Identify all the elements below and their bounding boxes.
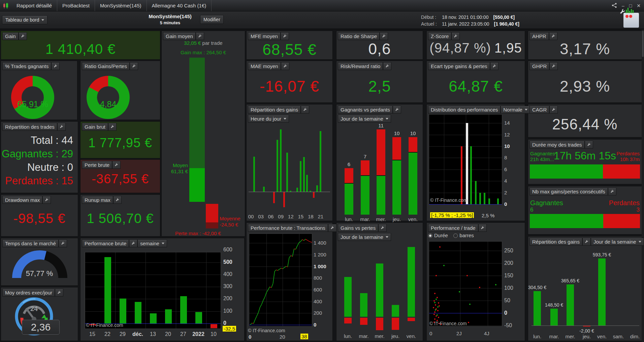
wrench-icon[interactable] (19, 32, 27, 40)
right-scrollbar[interactable] (642, 29, 644, 342)
ecart-type-value: 64,87 € (427, 77, 525, 95)
wrench-icon[interactable] (549, 62, 558, 70)
wrench-icon[interactable] (59, 240, 67, 247)
panel-gains-vs-pertes: Gains vs pertes Jour de la semaine lun.m… (336, 222, 423, 341)
performance-transactions-chart: 1 4001 2001 0008006004002000© IT-Finance… (247, 223, 332, 341)
system-header: MonSystème(145) 5 minutes (143, 13, 197, 25)
trades-gagnantes: Gagnantes : 29 (2, 148, 73, 160)
panel-ghpr: GHPR 2,93 % (528, 61, 642, 103)
panel-title: Performance brute : Transactions (248, 224, 328, 232)
wrench-icon[interactable] (478, 224, 487, 232)
view-selector-dropdown[interactable]: Tableau de bord (2, 15, 47, 24)
wrench-icon[interactable] (585, 141, 593, 149)
panel-repartition-gains-jour: Répartition des gains Jour de la semaine… (528, 236, 642, 341)
maximize-button[interactable]: □ (629, 3, 632, 8)
duree-ratio-bar (530, 164, 640, 179)
wrench-icon[interactable] (51, 62, 60, 70)
gain-value: 1 410,40 € (1, 41, 160, 57)
wrench-icon[interactable] (378, 224, 387, 232)
view-selector-label: Tableau de bord (5, 17, 39, 23)
wrench-icon[interactable] (490, 62, 498, 70)
panel-title: Répartition des gains (529, 238, 582, 246)
distribution-mode-dropdown[interactable]: Normale (501, 106, 530, 114)
dashboard-settings-icon[interactable] (623, 12, 639, 28)
panel-title: CAGR (529, 106, 549, 114)
performance-trade-chart: 250200150100500-50© IT-Finance.com02J4J (427, 223, 525, 341)
wrench-icon[interactable] (130, 62, 138, 70)
system-name: MonSystème(145) (143, 13, 197, 19)
trades-total: Total : 44 (31, 134, 73, 147)
performance-semaine-chart: 6005004003002001000-32,5152229déc.132027… (80, 238, 244, 341)
drawdown-value: -98,55 € (1, 211, 78, 226)
period-dropdown[interactable]: semaine (137, 240, 167, 247)
scrollbar-thumb[interactable] (642, 31, 644, 57)
duree-radio[interactable] (428, 234, 432, 238)
panel-title: Perte brute (82, 161, 112, 169)
trades-perdantes: Perdantes : 15 (5, 175, 73, 187)
wrench-icon[interactable] (582, 238, 591, 246)
mae-value: -16,07 € (247, 77, 332, 95)
wrench-icon[interactable] (112, 161, 121, 169)
jour-semaine-dropdown[interactable]: Jour de la semaine (591, 238, 644, 246)
wrench-icon[interactable] (301, 106, 309, 114)
barres-radio[interactable] (453, 234, 458, 238)
minimize-button[interactable]: – (622, 3, 624, 8)
tab-probacktest[interactable]: ProBacktest (57, 0, 95, 11)
panel-title: Ratio Gains/Pertes (82, 62, 130, 70)
wrench-icon[interactable] (57, 123, 66, 131)
jour-semaine-dropdown[interactable]: Jour de la semaine (338, 115, 391, 123)
moy-ordres-value: 2,36 (22, 320, 60, 335)
panel-mfe-moyen: MFE moyen 68,55 € (246, 31, 333, 60)
mfe-value: 68,55 € (247, 40, 332, 59)
panel-title: Durée moy des trades (529, 141, 585, 149)
panel-ahpr: AHPR 3,17 % (528, 31, 642, 60)
wrench-icon[interactable] (113, 196, 122, 204)
ahpr-value: 3,17 % (528, 40, 642, 58)
cagr-value: 256,44 % (528, 116, 642, 133)
close-button[interactable]: ✕ (637, 3, 641, 8)
tab-monsysteme[interactable]: MonSystème(145) (95, 0, 147, 11)
wrench-icon[interactable] (549, 32, 557, 40)
share-icon[interactable] (612, 3, 617, 9)
window-tab-bar: Rapport détaillé ProBacktest MonSystème(… (0, 0, 644, 11)
zscore-number: 1,95 (494, 40, 522, 55)
modify-button[interactable]: Modifier (200, 15, 224, 24)
consecutifs-ratio-bar (530, 214, 640, 228)
wrench-icon[interactable] (129, 240, 137, 247)
wrench-icon[interactable] (549, 106, 558, 114)
wrench-icon[interactable] (393, 106, 401, 114)
wrench-icon[interactable] (281, 62, 289, 70)
chevron-down-icon (41, 19, 44, 21)
barres-radio-label: barres (459, 232, 474, 238)
wrench-icon[interactable] (281, 32, 289, 40)
consecutifs-loss-value: 3 (637, 207, 640, 213)
panel-z-score: Z-Score (94,87 %)1,95 (426, 31, 525, 60)
distribution-performances-chart: 02468101214© IT-Finance.com[-1,75 % ; -1… (427, 104, 525, 221)
wrench-icon[interactable] (55, 289, 63, 297)
wrench-icon[interactable] (608, 188, 616, 195)
panel-title: Nb max gains/pertes consécutifs (529, 188, 608, 195)
panel-gagnants-vs-perdants: Gagnants vs perdants Jour de la semaine … (336, 104, 423, 221)
tab-allemagne-40-cash[interactable]: Allemagne 40 Cash (1€) (147, 0, 212, 11)
perte-brute-value: -367,55 € (80, 172, 160, 186)
panel-title: Gain moyen (163, 32, 196, 40)
wrench-icon[interactable] (42, 196, 51, 204)
gain-brut-value: 1 777,95 € (80, 136, 160, 150)
trades-neutre: Neutre : 0 (27, 161, 73, 174)
panel-ratio-sharpe: Ratio de Sharpe 0,6 (336, 31, 423, 60)
panel-title: % Trades gagnants (2, 62, 51, 70)
wrench-icon[interactable] (196, 32, 204, 40)
panel-performance-semaine: Performance brute semaine 60050040030020… (80, 238, 245, 341)
wrench-icon[interactable] (108, 123, 117, 131)
actuel-label: Actuel : (421, 21, 440, 27)
wrench-icon[interactable] (328, 224, 336, 232)
panel-title: Temps dans le marché (2, 240, 59, 247)
heure-du-jour-dropdown[interactable]: Heure du jour (248, 115, 289, 123)
jour-semaine-dropdown[interactable]: Jour de la semaine (338, 233, 391, 241)
jour-semaine-label: Jour de la semaine (341, 234, 383, 240)
tab-rapport-detaille[interactable]: Rapport détaillé (11, 0, 57, 11)
wrench-icon[interactable] (451, 32, 460, 40)
panel-risk-reward: Risk/Reward ratio 2,5 (336, 61, 423, 103)
wrench-icon[interactable] (383, 62, 391, 70)
wrench-icon[interactable] (380, 32, 388, 40)
